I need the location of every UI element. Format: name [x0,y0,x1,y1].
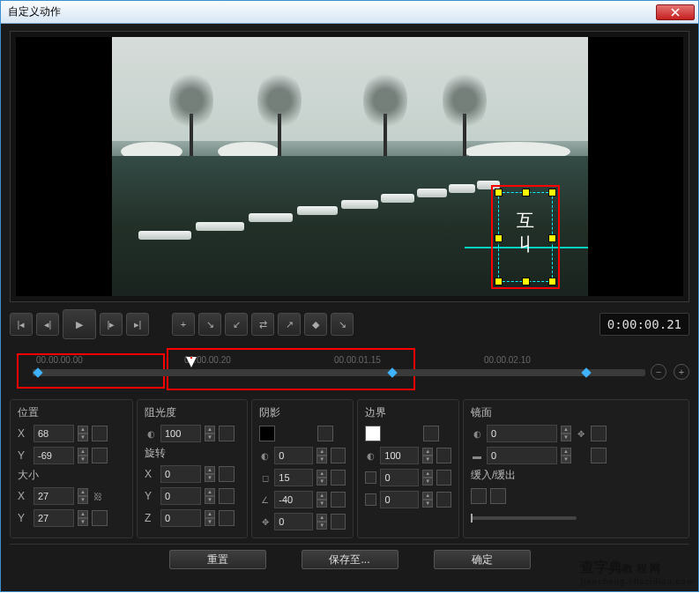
resize-handle-se[interactable] [548,278,556,285]
reset-button[interactable]: 重置 [169,550,266,569]
resize-handle-n[interactable] [522,189,530,196]
border-v2-kf[interactable] [436,470,451,486]
border-v1-kf[interactable] [436,448,451,463]
selection-bounds[interactable]: 互丩 [498,192,553,282]
rot-y-spinner[interactable]: ▲▼ [205,488,215,504]
size-x-spinner[interactable]: ▲▼ [78,488,88,504]
goto-start-button[interactable]: |◂ [10,313,33,336]
size-y-spinner[interactable]: ▲▼ [78,510,88,526]
resize-handle-sw[interactable] [495,278,503,285]
border-color-swatch[interactable] [365,426,381,441]
border-enable-size[interactable] [365,493,376,506]
shadow-angle-icon: ∠ [259,493,271,506]
rot-z-spinner[interactable]: ▲▼ [205,510,215,526]
rot-z-input[interactable]: 0 [160,509,201,527]
timeline-track[interactable] [33,369,645,376]
step-back-button[interactable]: ◂| [36,313,59,336]
text-object[interactable]: 互丩 [515,209,536,265]
size-label: 大小 [18,468,125,483]
rot-y-input[interactable]: 0 [160,487,201,505]
move-icon[interactable]: ✥ [575,427,587,440]
pos-x-spinner[interactable]: ▲▼ [78,426,88,441]
rot-x-input[interactable]: 0 [160,465,201,483]
size-y-input[interactable]: 27 [34,509,74,527]
timecode-display[interactable]: 0:00:00.21 [599,313,689,336]
shadow-v3-input[interactable]: -40 [274,491,313,508]
zoom-in-button[interactable]: + [674,364,689,380]
timeline[interactable]: 00.00.00.00 00.00.00.20 00.00.01.15 00.0… [10,348,689,392]
resize-handle-ne[interactable] [548,189,556,196]
opacity-input[interactable]: 100 [160,425,201,442]
rot-y-label: Y [145,490,157,502]
mirror-v1-input[interactable]: 0 [487,425,557,442]
pos-y-input[interactable]: -69 [34,447,74,464]
mirror-v2-kf[interactable] [591,448,607,463]
pos-x-input[interactable]: 68 [34,425,74,442]
shadow-v2-input[interactable]: 15 [274,469,313,486]
rot-z-kf-toggle[interactable] [219,510,235,526]
border-v3-input[interactable]: 0 [380,491,419,508]
shadow-v3-spinner[interactable]: ▲▼ [316,492,326,508]
resize-handle-e[interactable] [548,234,556,242]
border-kf-toggle[interactable] [423,426,439,441]
curve-in-button[interactable]: ↗ [278,313,301,336]
shadow-v4-input[interactable]: 0 [274,513,313,530]
pos-x-kf-toggle[interactable] [92,426,108,441]
remove-keyframe-button[interactable]: ↘ [198,313,221,336]
opacity-kf-toggle[interactable] [219,426,235,441]
rot-x-kf-toggle[interactable] [219,466,235,482]
easing-slider[interactable] [471,516,577,520]
save-as-button[interactable]: 保存至... [302,550,398,569]
ok-button[interactable]: 确定 [434,550,531,569]
shadow-v4-kf[interactable] [331,514,346,530]
border-enable-blur[interactable] [365,471,376,484]
shadow-v1-input[interactable]: 0 [274,447,313,464]
play-button[interactable]: ▶ [63,309,96,339]
shadow-kf-toggle[interactable] [317,426,333,441]
step-forward-button[interactable]: |▸ [100,313,123,336]
size-kf-toggle[interactable] [92,510,108,526]
titlebar: 自定义动作 [1,1,698,24]
ease-in-button[interactable] [471,488,487,504]
rot-x-spinner[interactable]: ▲▼ [205,466,215,482]
playback-toolbar: |◂ ◂| ▶ |▸ ▸| + ↘ ↙ ⇄ ↗ ◆ ↘ 0:00:00.21 [10,308,689,341]
shadow-v2-spinner[interactable]: ▲▼ [316,470,326,486]
curve-out-button[interactable]: ◆ [304,313,327,336]
reverse-keyframe-button[interactable]: ↙ [225,313,248,336]
mirror-v1-spinner[interactable]: ▲▼ [561,426,571,441]
border-v1-spinner[interactable]: ▲▼ [422,448,432,463]
shadow-color-swatch[interactable] [259,426,275,441]
shadow-v4-spinner[interactable]: ▲▼ [316,514,326,530]
watermark: 查字典教 程 网 jiaocheng.chazidian.com [580,559,695,586]
add-keyframe-button[interactable]: + [172,313,195,336]
shadow-v1-spinner[interactable]: ▲▼ [316,448,326,463]
curve-both-button[interactable]: ↘ [331,313,354,336]
swap-keyframe-button[interactable]: ⇄ [251,313,274,336]
link-icon[interactable]: ⛓ [92,490,104,502]
preview-viewport[interactable]: 互丩 [16,37,683,296]
mirror-v1-kf[interactable] [591,426,607,441]
rot-y-kf-toggle[interactable] [219,488,235,504]
zoom-out-button[interactable]: − [651,364,666,380]
border-v2-input[interactable]: 0 [380,469,419,486]
pos-y-spinner[interactable]: ▲▼ [78,448,88,463]
shadow-v2-kf[interactable] [331,470,346,486]
close-button[interactable] [656,4,695,20]
ease-out-button[interactable] [490,488,506,504]
border-v3-spinner[interactable]: ▲▼ [422,492,432,508]
shadow-v3-kf[interactable] [331,492,346,508]
resize-handle-w[interactable] [495,234,503,242]
pos-y-kf-toggle[interactable] [92,448,108,463]
border-v3-kf[interactable] [436,492,451,508]
resize-handle-nw[interactable] [495,189,503,196]
canvas[interactable]: 互丩 [112,37,588,296]
goto-end-button[interactable]: ▸| [126,313,149,336]
border-v2-spinner[interactable]: ▲▼ [422,470,432,486]
shadow-v1-kf[interactable] [331,448,346,463]
opacity-spinner[interactable]: ▲▼ [205,426,215,441]
resize-handle-s[interactable] [522,278,530,285]
mirror-v2-spinner[interactable]: ▲▼ [561,448,571,463]
mirror-v2-input[interactable]: 0 [487,447,557,464]
border-v1-input[interactable]: 100 [380,447,419,464]
size-x-input[interactable]: 27 [34,487,74,505]
